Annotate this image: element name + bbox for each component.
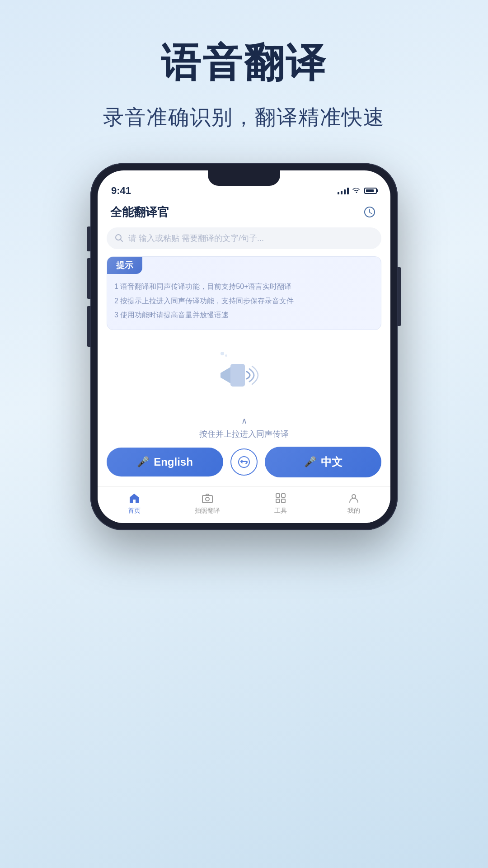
search-icon — [115, 234, 124, 243]
bottom-nav: 首页 拍照翻译 — [98, 486, 390, 523]
hero-subtitle: 录音准确识别，翻译精准快速 — [27, 104, 461, 132]
speaker-icon — [217, 348, 271, 402]
tools-icon — [274, 491, 287, 505]
svg-rect-8 — [276, 499, 280, 503]
tips-header: 提示 — [107, 257, 142, 274]
nav-label-photo: 拍照翻译 — [195, 507, 220, 515]
search-placeholder-text: 请 输入或粘贴 需要翻译的文字/句子... — [128, 233, 264, 244]
home-icon — [127, 491, 141, 505]
nav-label-home: 首页 — [128, 507, 141, 515]
english-button[interactable]: 🎤 English — [107, 448, 223, 476]
slide-text: 按住并上拉进入同声传译 — [107, 429, 381, 439]
speaker-area — [107, 339, 381, 416]
slide-arrow: ∧ — [107, 416, 381, 426]
app-title: 全能翻译官 — [110, 204, 169, 220]
svg-rect-9 — [282, 499, 285, 503]
slide-hint: ∧ 按住并上拉进入同声传译 — [107, 416, 381, 447]
phone-mockup: 9:41 — [90, 163, 398, 530]
svg-rect-6 — [276, 494, 280, 497]
profile-icon — [347, 491, 361, 505]
nav-label-tools: 工具 — [274, 507, 287, 515]
phone-outer: 9:41 — [90, 163, 398, 530]
mic-icon-english: 🎤 — [137, 456, 149, 468]
history-icon[interactable] — [361, 204, 378, 220]
phone-screen: 9:41 — [98, 170, 390, 523]
tips-item-1: 1 语音翻译和同声传译功能，目前支持50+语言实时翻译 — [107, 279, 381, 294]
signal-icon — [338, 187, 349, 194]
app-header: 全能翻译官 — [98, 198, 390, 226]
app-content: 9:41 — [98, 170, 390, 523]
svg-rect-4 — [202, 495, 212, 503]
nav-item-profile[interactable]: 我的 — [317, 491, 390, 515]
tips-box: 提示 1 语音翻译和同声传译功能，目前支持50+语言实时翻译 2 按提示上拉进入… — [107, 256, 381, 330]
svg-point-10 — [352, 495, 356, 498]
side-button-vol-up — [87, 258, 90, 299]
bottom-buttons: 🎤 English 🎤 中文 — [98, 447, 390, 486]
mic-icon-chinese: 🎤 — [304, 456, 316, 468]
nav-item-home[interactable]: 首页 — [98, 491, 171, 515]
camera-icon — [201, 491, 214, 505]
nav-label-profile: 我的 — [347, 507, 360, 515]
status-icons — [338, 187, 377, 195]
side-button-vol-down — [87, 306, 90, 347]
english-label: English — [154, 456, 193, 468]
chinese-label: 中文 — [321, 455, 343, 469]
svg-rect-1 — [230, 364, 245, 387]
tips-item-2: 2 按提示上拉进入同声传译功能，支持同步保存录音文件 — [107, 294, 381, 308]
battery-icon — [364, 188, 377, 194]
nav-item-tools[interactable]: 工具 — [244, 491, 317, 515]
wifi-icon — [352, 187, 361, 195]
notch — [208, 170, 280, 186]
tips-item-3: 3 使用功能时请提高音量并放慢语速 — [107, 308, 381, 322]
content-area: 提示 1 语音翻译和同声传译功能，目前支持50+语言实时翻译 2 按提示上拉进入… — [98, 256, 390, 447]
side-button-top — [87, 226, 90, 251]
swap-icon — [238, 456, 250, 468]
chinese-button[interactable]: 🎤 中文 — [265, 447, 381, 477]
search-bar[interactable]: 请 输入或粘贴 需要翻译的文字/句子... — [107, 227, 381, 249]
hero-title: 语音翻译 — [27, 36, 461, 90]
swap-button[interactable] — [230, 448, 258, 476]
hero-section: 语音翻译 录音准确识别，翻译精准快速 — [0, 0, 488, 150]
side-button-power — [398, 267, 401, 326]
svg-marker-2 — [221, 367, 230, 383]
svg-rect-7 — [282, 494, 285, 497]
svg-point-5 — [206, 497, 209, 501]
status-time: 9:41 — [111, 185, 131, 197]
nav-item-photo[interactable]: 拍照翻译 — [171, 491, 244, 515]
